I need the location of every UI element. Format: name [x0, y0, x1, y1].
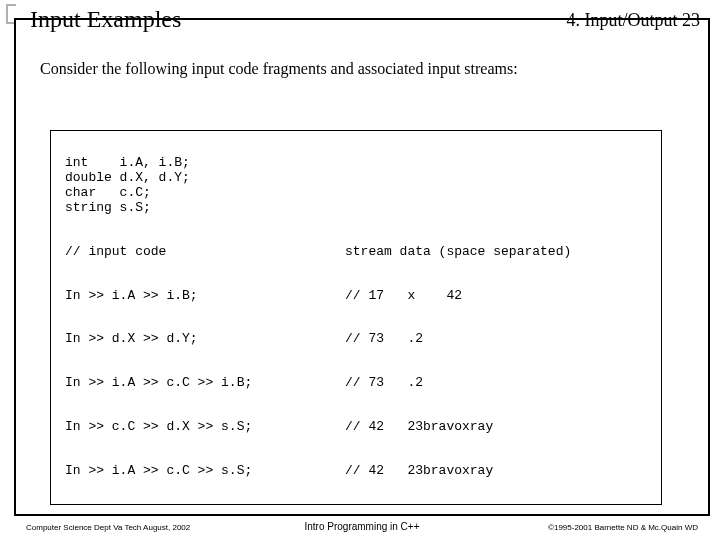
chapter-label: 4. Input/Output 23	[567, 10, 701, 31]
code-header-right: stream data (space separated)	[345, 245, 571, 260]
code-row-left: In >> i.A >> c.C >> i.B;	[65, 376, 345, 391]
intro-text: Consider the following input code fragme…	[40, 60, 518, 78]
code-row-left: In >> c.C >> d.X >> s.S;	[65, 420, 345, 435]
code-row-right: // 73 .2	[345, 376, 423, 391]
code-declarations: int i.A, i.B; double d.X, d.Y; char c.C;…	[65, 156, 345, 216]
code-box: int i.A, i.B; double d.X, d.Y; char c.C;…	[50, 130, 662, 505]
code-row-left: In >> i.A >> c.C >> s.S;	[65, 464, 345, 479]
code-header-left: // input code	[65, 245, 345, 260]
page-title: Input Examples	[30, 6, 181, 33]
code-row-left: In >> i.A >> i.B;	[65, 289, 345, 304]
code-row-right: // 42 23bravoxray	[345, 464, 493, 479]
code-row-left: In >> d.X >> d.Y;	[65, 332, 345, 347]
code-row-right: // 17 x 42	[345, 289, 462, 304]
code-row-right: // 73 .2	[345, 332, 423, 347]
code-row-right: // 42 23bravoxray	[345, 420, 493, 435]
footer-right: ©1995-2001 Barnette ND & Mc.Quain WD	[548, 523, 698, 532]
